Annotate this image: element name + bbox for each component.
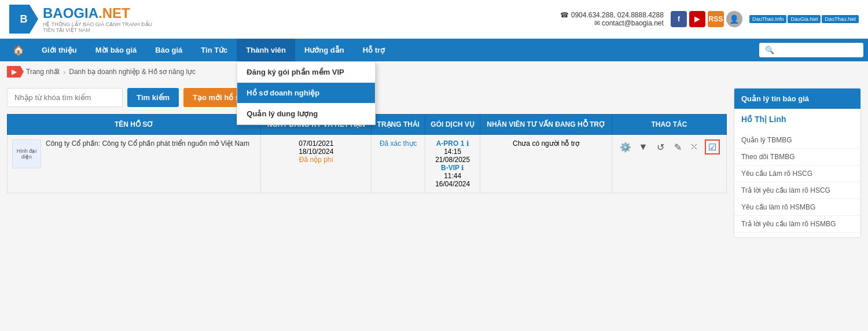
sidebar-link-yeu-cau-hsmbg[interactable]: Yêu cầu làm rõ HSMBG — [734, 199, 860, 216]
navbar-search-input[interactable] — [759, 43, 863, 57]
col-header-actions: THAO TÁC — [612, 115, 726, 135]
logo-text: BAOGIA.NET HỆ THỐNG LẤY BÁO GIÁ CẠNH TRA… — [43, 5, 159, 33]
action-settings-icon[interactable]: ⚙️ — [618, 139, 633, 155]
sidebar-link-yeu-cau-hscg[interactable]: Yêu cầu Làm rõ HSCG — [734, 166, 860, 182]
logo-title: BAOGIA.NET — [43, 5, 159, 21]
service-time-1: 14:15 — [430, 148, 475, 156]
social-icons: f ▶ RSS 👤 — [671, 11, 742, 27]
partner-buttons: DauThao.Info DauGia.Net DauThau.Net — [749, 15, 859, 23]
contact-info: ☎ 0904.634.288, 024.8888.4288 ✉ contact@… — [560, 11, 664, 27]
service-date-2: 16/04/2024 — [430, 180, 475, 188]
nav-item-thanh-vien[interactable]: Thành viên Đăng ký gói phần mềm VIP Hồ s… — [237, 39, 295, 61]
sidebar-username: Hồ Thị Linh — [741, 115, 854, 124]
action-icons: ⚙️ ▼ ↺ ✎ ⛌ ☑ — [617, 139, 722, 155]
company-logo: Hình đại diện — [12, 139, 41, 168]
breadcrumb: ▶ Trang nhất › Danh bạ doanh nghiệp & Hồ… — [0, 61, 868, 82]
action-filter-icon[interactable]: ▼ — [635, 139, 650, 155]
date-note: Đã nộp phí — [266, 156, 366, 164]
sidebar-link-theo-doi[interactable]: Theo dõi TBMBG — [734, 149, 860, 166]
sidebar-card: Quản lý tin báo giá Hồ Thị Linh Quản lý … — [734, 88, 861, 238]
user-icon[interactable]: 👤 — [726, 11, 742, 27]
sidebar: Quản lý tin báo giá Hồ Thị Linh Quản lý … — [734, 88, 861, 238]
cell-actions[interactable]: ⚙️ ▼ ↺ ✎ ⛌ ☑ — [612, 135, 726, 193]
sidebar-title: Quản lý tin báo giá — [734, 89, 860, 109]
dropdown-item-dang-ky[interactable]: Đăng ký gói phần mềm VIP — [237, 62, 375, 83]
dropdown-item-ho-so[interactable]: Hồ sơ doanh nghiệp — [237, 83, 375, 104]
status-badge: Đã xác thực — [380, 139, 417, 148]
nav-item-huong-dan[interactable]: Hướng dẫn — [295, 39, 354, 61]
sidebar-link-quan-ly-tbmbg[interactable]: Quản lý TBMBG — [734, 132, 860, 149]
sidebar-links: Quản lý TBMBG Theo dõi TBMBG Yêu cầu Làm… — [734, 132, 860, 237]
service-info: A-PRO 1 ℹ 14:15 21/08/2025 B-VIP ℹ 11:44… — [430, 139, 475, 188]
nav-item-ho-tro[interactable]: Hỗ trợ — [354, 39, 394, 61]
nav-item-moi-bao-gia[interactable]: Mời báo giá — [86, 39, 146, 61]
action-edit-icon[interactable]: ✎ — [670, 139, 685, 155]
company-name-label: Công ty Cổ phần: Công ty Cổ phần phát tr… — [46, 139, 249, 148]
logo-subtitle: HỆ THỐNG LẤY BÁO GIÁ CẠNH TRANH ĐẦU TIÊN… — [43, 21, 159, 33]
partner-btn-2[interactable]: DauGia.Net — [788, 15, 821, 23]
breadcrumb-item-home[interactable]: Trang nhất — [26, 68, 60, 76]
breadcrumb-arrow: ▶ — [7, 66, 24, 78]
sidebar-user: Hồ Thị Linh — [734, 109, 860, 132]
service-info-icon-2[interactable]: ℹ — [461, 164, 464, 172]
rss-icon[interactable]: RSS — [708, 11, 724, 27]
home-nav-button[interactable]: 🏠 — [5, 39, 32, 61]
service-name-1: A-PRO 1 — [436, 139, 465, 148]
table-row: Hình đại diện Công ty Cổ phần: Công ty C… — [8, 135, 727, 193]
sidebar-link-tra-loi-hsmbg[interactable]: Trả lời yêu cầu làm rõ HSMBG — [734, 216, 860, 233]
col-header-name: TÊN HỒ SƠ — [8, 115, 261, 135]
sidebar-link-tra-loi-hscg[interactable]: Trả lời yêu cầu làm rõ HSCG — [734, 182, 860, 199]
logo-area: B BAOGIA.NET HỆ THỐNG LẤY BÁO GIÁ CẠNH T… — [9, 5, 159, 34]
service-time-2: 11:44 — [430, 172, 475, 180]
col-header-consultant: NHÂN VIÊN TƯ VẤN ĐANG HỖ TRỢ — [480, 115, 612, 135]
header-right: ☎ 0904.634.288, 024.8888.4288 ✉ contact@… — [560, 11, 859, 27]
action-share-icon[interactable]: ⛌ — [687, 139, 703, 155]
company-cell: Hình đại diện Công ty Cổ phần: Công ty C… — [12, 139, 256, 168]
dropdown-item-quan-ly[interactable]: Quản lý dung lượng — [237, 104, 375, 124]
thanh-vien-dropdown: Đăng ký gói phần mềm VIP Hồ sơ doanh ngh… — [237, 61, 376, 125]
company-name-text: Công ty Cổ phần: Công ty Cổ phần phát tr… — [46, 139, 249, 148]
youtube-icon[interactable]: ▶ — [689, 11, 705, 27]
header: B BAOGIA.NET HỆ THỐNG LẤY BÁO GIÁ CẠNH T… — [0, 0, 868, 39]
date-register: 07/01/2021 — [266, 139, 366, 148]
search-button[interactable]: Tìm kiếm — [127, 88, 179, 107]
breadcrumb-item-current: Danh bạ doanh nghiệp & Hồ sơ năng lực — [69, 68, 196, 76]
content-wrapper: Tìm kiếm Tạo mới hồ sơ TÊN HỒ SƠ NGÀY ĐĂ… — [0, 82, 868, 244]
navbar: 🏠 Giới thiệu Mời báo giá Báo giá Tin Tức… — [0, 39, 868, 61]
breadcrumb-separator: › — [63, 68, 65, 76]
profiles-table: TÊN HỒ SƠ NGÀY ĐĂNG KÝ VÀ HẾT HẠN TRẠNG … — [7, 114, 727, 193]
service-info-icon[interactable]: ℹ — [466, 139, 469, 148]
partner-btn-3[interactable]: DauThau.Net — [822, 15, 859, 23]
facebook-icon[interactable]: f — [671, 11, 687, 27]
col-header-service: GÓI DỊCH VỤ — [425, 115, 480, 135]
logo-baogia: BAOGIA — [43, 5, 98, 21]
cell-status: Đã xác thực — [372, 135, 425, 193]
action-refresh-icon[interactable]: ↺ — [653, 139, 668, 155]
nav-item-gioi-thieu[interactable]: Giới thiệu — [32, 39, 86, 61]
cell-dates: 07/01/2021 18/10/2024 Đã nộp phí — [261, 135, 372, 193]
search-input[interactable] — [7, 88, 123, 107]
phone-number: ☎ 0904.634.288, 024.8888.4288 — [560, 11, 664, 19]
cell-service: A-PRO 1 ℹ 14:15 21/08/2025 B-VIP ℹ 11:44… — [425, 135, 480, 193]
navbar-search-area — [759, 43, 863, 57]
logo-icon: B — [9, 5, 38, 34]
logo-net: .NET — [98, 5, 130, 21]
cell-company-name: Hình đại diện Công ty Cổ phần: Công ty C… — [8, 135, 261, 193]
date-expire: 18/10/2024 — [266, 148, 366, 156]
email-address: ✉ contact@baogia.net — [560, 19, 664, 27]
nav-item-bao-gia[interactable]: Báo giá — [146, 39, 192, 61]
cell-consultant: Chưa có người hỗ trợ — [480, 135, 612, 193]
nav-item-tin-tuc[interactable]: Tin Tức — [192, 39, 237, 61]
service-date-1: 21/08/2025 — [430, 156, 475, 164]
partner-btn-1[interactable]: DauThao.Info — [749, 15, 787, 23]
action-check-icon[interactable]: ☑ — [705, 139, 720, 155]
col-header-status: TRẠNG THÁI — [372, 115, 425, 135]
service-name-2: B-VIP — [441, 164, 459, 172]
